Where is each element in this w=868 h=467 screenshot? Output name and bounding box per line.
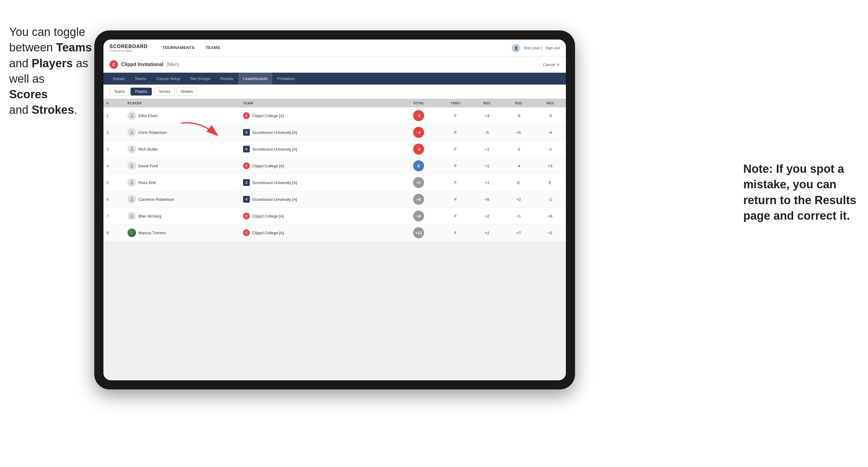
rd1-cell: -5 — [471, 124, 503, 141]
thru-cell: F — [440, 107, 471, 124]
tab-results[interactable]: Results — [215, 73, 238, 85]
thru-cell: F — [440, 224, 471, 241]
player-name: Elliot Ebert — [138, 114, 158, 118]
toggle-teams[interactable]: Teams — [110, 88, 129, 96]
team-logo: C — [243, 229, 250, 236]
team-name: Clippd College [A] — [252, 164, 284, 168]
table-row: 7 Blair McHarg C Clippd College [A] +8 F… — [103, 208, 566, 224]
player-name: Cameron Robertson — [138, 197, 174, 202]
svg-point-5 — [131, 197, 133, 199]
rank-cell: 5 — [103, 174, 124, 191]
rd1-cell: +3 — [471, 107, 503, 124]
table-row: 6 Cameron Robertson S Scoreboard Univers… — [103, 191, 566, 208]
player-name: Chris Robertson — [138, 130, 167, 135]
team-logo: C — [243, 213, 250, 219]
player-cell: Rich Butler — [124, 141, 240, 158]
team-cell: S Scoreboard University [A] — [240, 174, 398, 191]
col-header-team: TEAM — [240, 99, 398, 107]
player-name: Marcus Turners — [138, 230, 166, 235]
team-logo: S — [243, 146, 250, 152]
total-cell: +11 — [398, 224, 440, 241]
rank-cell: 2 — [103, 124, 124, 141]
team-logo: S — [243, 179, 250, 186]
teams-bold: Teams — [56, 41, 92, 54]
tab-details[interactable]: Details — [108, 73, 130, 85]
toggle-row: Teams Players Scores Strokes — [103, 85, 566, 99]
rd1-cell: +2 — [471, 208, 503, 224]
sign-out[interactable]: Sign out — [545, 45, 560, 50]
total-cell: +8 — [398, 208, 440, 224]
total-cell: -8 — [398, 107, 440, 124]
sub-nav: Details Teams Course Setup Tee Groups Re… — [103, 73, 566, 85]
total-cell: +1 — [398, 174, 440, 191]
thru-cell: F — [440, 158, 471, 174]
team-cell: C Clippd College [A] — [240, 158, 398, 174]
toggle-scores[interactable]: Scores — [154, 88, 175, 96]
rd2-cell: +2 — [503, 191, 534, 208]
score-badge: E — [413, 160, 424, 171]
team-name: Scoreboard University [A] — [252, 130, 297, 135]
thru-cell: F — [440, 124, 471, 141]
table-header: # PLAYER TEAM TOTAL THRU RD1 RD2 RD3 — [103, 99, 566, 107]
nav-teams[interactable]: TEAMS — [200, 39, 226, 57]
svg-point-2 — [131, 147, 133, 149]
toggle-players[interactable]: Players — [130, 88, 152, 96]
app-nav: SCOREBOARD Powered by clippd TOURNAMENTS… — [103, 39, 566, 57]
team-logo: C — [243, 112, 250, 119]
leaderboard-table: # PLAYER TEAM TOTAL THRU RD1 RD2 RD3 1 E… — [103, 99, 566, 241]
rd3-cell: +3 — [534, 158, 566, 174]
svg-point-0 — [131, 114, 133, 116]
thru-cell: F — [440, 141, 471, 158]
col-header-thru: THRU — [440, 99, 471, 107]
team-cell: C Clippd College [A] — [240, 208, 398, 224]
tournament-header: C Clippd Invitational (Men) Cancel ✕ — [103, 57, 566, 73]
team-logo: C — [243, 162, 250, 169]
cancel-button[interactable]: Cancel ✕ — [543, 62, 560, 67]
rd1-cell: +1 — [471, 141, 503, 158]
player-cell: Chris Robertson — [124, 124, 240, 141]
user-avatar: 👤 — [512, 44, 520, 52]
rd3-cell: -1 — [534, 141, 566, 158]
svg-point-4 — [131, 181, 133, 183]
logo-text: SCOREBOARD — [110, 44, 148, 49]
tab-tee-groups[interactable]: Tee Groups — [185, 73, 215, 85]
svg-point-1 — [131, 130, 133, 132]
player-avatar — [127, 128, 136, 136]
team-cell: S Scoreboard University [A] — [240, 141, 398, 158]
score-badge: -8 — [413, 110, 424, 121]
team-logo: S — [243, 196, 250, 203]
rank-cell: 4 — [103, 158, 124, 174]
player-avatar — [127, 145, 136, 153]
player-avatar — [127, 161, 136, 170]
tab-course-setup[interactable]: Course Setup — [151, 73, 185, 85]
table-row: 8 🌿 Marcus Turners C Clippd College [A] … — [103, 224, 566, 241]
total-cell: E — [398, 158, 440, 174]
team-cell: C Clippd College [A] — [240, 224, 398, 241]
player-avatar: 🌿 — [127, 228, 136, 237]
team-cell: S Scoreboard University [A] — [240, 124, 398, 141]
rd2-cell: E — [503, 174, 534, 191]
score-badge: +11 — [413, 227, 424, 238]
player-name: Rich Butler — [138, 147, 158, 152]
player-name: Blair McHarg — [138, 214, 161, 218]
tab-leaderboards[interactable]: Leaderboards — [238, 73, 272, 85]
rank-cell: 1 — [103, 107, 124, 124]
rd2-cell: +7 — [503, 224, 534, 241]
total-cell: -4 — [398, 124, 440, 141]
rd1-cell: +2 — [471, 224, 503, 241]
player-name: Rees Britt — [138, 180, 156, 185]
scores-bold: Scores — [9, 88, 48, 101]
rd3-cell: +2 — [534, 224, 566, 241]
players-bold: Players — [32, 57, 73, 70]
toggle-strokes[interactable]: Strokes — [176, 88, 198, 96]
rd3-cell: +6 — [534, 208, 566, 224]
player-avatar — [127, 212, 136, 220]
nav-tournaments[interactable]: TOURNAMENTS — [157, 39, 200, 57]
team-logo: S — [243, 129, 250, 136]
rd3-cell: -1 — [534, 191, 566, 208]
rd2-cell: -2 — [503, 141, 534, 158]
tab-teams[interactable]: Teams — [130, 73, 151, 85]
player-name: David Ford — [138, 164, 158, 168]
tab-printables[interactable]: Printables — [272, 73, 300, 85]
rd1-cell: +5 — [471, 191, 503, 208]
